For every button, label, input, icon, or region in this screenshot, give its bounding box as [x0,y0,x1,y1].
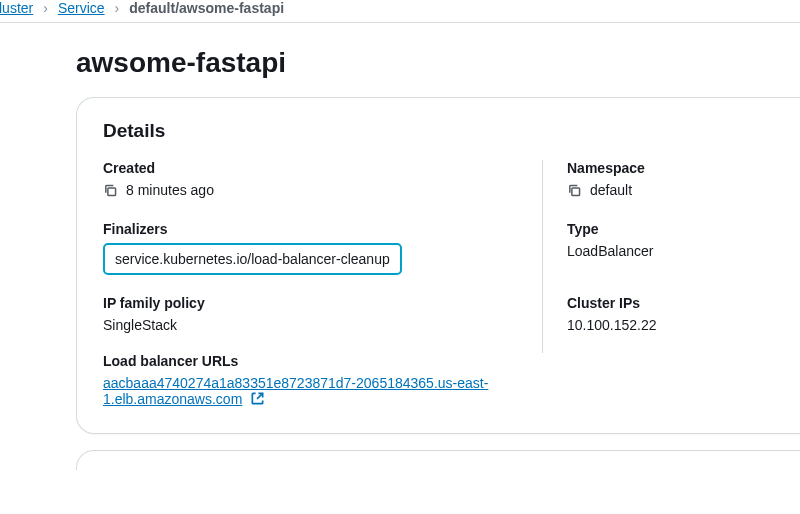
type-value: LoadBalancer [567,243,774,259]
ip-family-policy-label: IP family policy [103,295,518,311]
breadcrumb-separator-icon: › [43,0,48,16]
cluster-ips-label: Cluster IPs [567,295,774,311]
namespace-value: default [590,182,632,198]
ip-family-policy-value: SingleStack [103,317,518,333]
created-label: Created [103,160,518,176]
load-balancer-url-link[interactable]: aacbaaa4740274a1a83351e8723871d7-2065184… [103,375,488,407]
breadcrumb-cluster[interactable]: cluster [0,0,33,16]
details-card: Details Created 8 minutes ago Namespace [76,97,800,434]
type-label: Type [567,221,774,237]
cluster-ips-value: 10.100.152.22 [567,317,774,333]
next-card-top [76,450,800,470]
breadcrumbs: cluster › Service › default/awsome-fasta… [0,0,800,23]
details-heading: Details [103,120,774,142]
page-title: awsome-fastapi [0,23,800,97]
svg-rect-0 [108,187,116,195]
load-balancer-urls-label: Load balancer URLs [103,353,519,369]
finalizers-label: Finalizers [103,221,518,237]
copy-icon[interactable] [567,183,582,198]
finalizers-chip[interactable]: service.kubernetes.io/load-balancer-clea… [103,243,402,275]
breadcrumb-separator-icon: › [115,0,120,16]
copy-icon[interactable] [103,183,118,198]
breadcrumb-current: default/awsome-fastapi [129,0,284,16]
external-link-icon[interactable] [250,391,265,406]
created-value: 8 minutes ago [126,182,214,198]
namespace-label: Namespace [567,160,774,176]
breadcrumb-service[interactable]: Service [58,0,105,16]
svg-rect-1 [572,187,580,195]
